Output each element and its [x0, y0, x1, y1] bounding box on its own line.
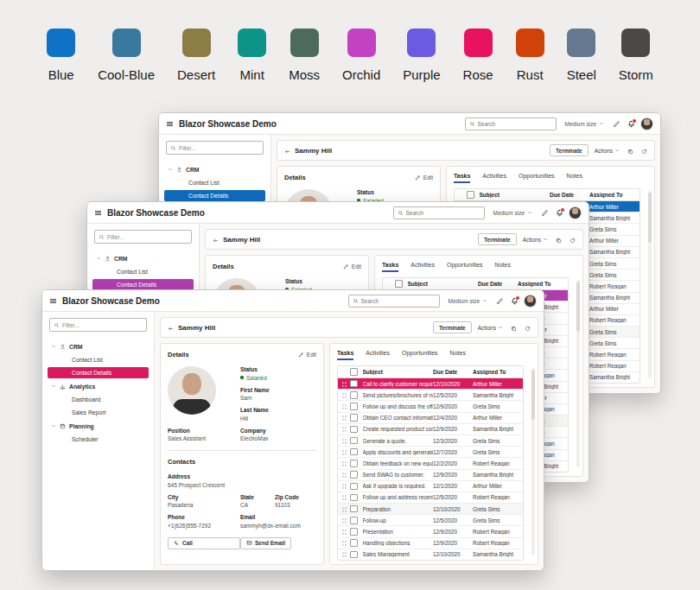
sidebar-section-crm[interactable]: CRM: [87, 251, 199, 265]
tab-activities[interactable]: Activities: [482, 173, 506, 183]
swatch-orchid[interactable]: Orchid: [342, 29, 380, 82]
task-row[interactable]: Obtain feedback on new equipment. 12/2/2…: [338, 458, 523, 469]
copy-button[interactable]: [627, 143, 633, 158]
notifications-button[interactable]: [556, 209, 563, 217]
column-assigned-to[interactable]: Assigned To: [473, 369, 523, 375]
user-avatar[interactable]: [524, 295, 537, 308]
select-all-checkbox[interactable]: [350, 368, 358, 376]
task-row[interactable]: Send pictures/brochures of new products.…: [338, 390, 523, 401]
copy-button[interactable]: [556, 232, 562, 247]
swatch-color[interactable]: [347, 29, 376, 57]
drag-handle-icon[interactable]: [341, 426, 347, 432]
tab-activities[interactable]: Activities: [410, 262, 435, 272]
swatch-rose[interactable]: Rose: [463, 29, 493, 82]
swatch-color[interactable]: [621, 29, 650, 57]
task-row[interactable]: Obtain CEO contact information. 12/4/202…: [338, 413, 523, 424]
row-checkbox[interactable]: [350, 448, 358, 456]
swatch-color[interactable]: [464, 29, 493, 57]
column-assigned-to[interactable]: Assigned To: [518, 281, 568, 287]
swatch-purple[interactable]: Purple: [403, 29, 440, 82]
drag-handle-icon[interactable]: [341, 529, 347, 535]
row-checkbox[interactable]: [350, 494, 358, 502]
drag-handle-icon[interactable]: [341, 472, 347, 478]
drag-handle-icon[interactable]: [341, 449, 347, 455]
drag-handle-icon[interactable]: [341, 517, 347, 523]
theme-button[interactable]: [496, 293, 504, 308]
drag-handle-icon[interactable]: [341, 392, 347, 398]
refresh-button[interactable]: [525, 320, 531, 335]
select-all-checkbox[interactable]: [395, 280, 403, 288]
swatch-color[interactable]: [407, 29, 436, 57]
sidebar-item-contact-list[interactable]: Contact List: [92, 266, 194, 278]
drag-handle-icon[interactable]: [341, 381, 347, 387]
drag-handle-icon[interactable]: [341, 494, 347, 500]
row-checkbox[interactable]: [350, 414, 358, 422]
tab-tasks[interactable]: Tasks: [337, 350, 353, 360]
drag-handle-icon[interactable]: [341, 403, 347, 409]
column-subject[interactable]: Subject: [363, 369, 434, 375]
back-button[interactable]: [213, 232, 219, 247]
drag-handle-icon[interactable]: [341, 415, 347, 421]
swatch-color[interactable]: [182, 29, 211, 57]
drag-handle-icon[interactable]: [341, 438, 347, 444]
back-button[interactable]: [284, 143, 290, 158]
actions-dropdown[interactable]: Actions: [523, 237, 548, 243]
terminate-button[interactable]: Terminate: [478, 233, 517, 245]
terminate-button[interactable]: Terminate: [433, 321, 472, 333]
call-button[interactable]: Call: [168, 537, 240, 549]
task-row[interactable]: Preparation 12/10/2020 Greta Sims: [338, 504, 523, 515]
row-checkbox[interactable]: [350, 403, 358, 410]
terminate-button[interactable]: Terminate: [550, 144, 589, 156]
row-checkbox[interactable]: [350, 426, 358, 434]
swatch-color[interactable]: [567, 29, 595, 57]
send-email-button[interactable]: Send Email: [240, 537, 291, 549]
row-checkbox[interactable]: [350, 539, 358, 547]
edit-button[interactable]: Edit: [343, 263, 361, 270]
refresh-button[interactable]: [570, 232, 576, 247]
tab-opportunities[interactable]: Opportunities: [519, 173, 555, 183]
sidebar-section-crm[interactable]: CRM: [159, 162, 270, 176]
tab-notes[interactable]: Notes: [450, 350, 466, 360]
swatch-color[interactable]: [112, 29, 141, 57]
tab-tasks[interactable]: Tasks: [454, 173, 470, 183]
task-row[interactable]: Apply discounts and generate a binding o…: [338, 447, 523, 458]
tab-activities[interactable]: Activities: [366, 350, 390, 360]
row-checkbox[interactable]: [350, 391, 358, 399]
column-assigned-to[interactable]: Assigned To: [589, 192, 640, 198]
task-row[interactable]: Follow up and discuss the offer. 12/9/20…: [338, 401, 523, 412]
tab-opportunities[interactable]: Opportunities: [402, 350, 438, 360]
swatch-blue[interactable]: Blue: [47, 29, 75, 82]
select-all-checkbox[interactable]: [467, 191, 474, 199]
swatch-mint[interactable]: Mint: [238, 29, 266, 82]
notifications-button[interactable]: [627, 120, 635, 128]
drag-handle-icon[interactable]: [341, 483, 347, 489]
swatch-steel[interactable]: Steel: [567, 29, 596, 82]
copy-button[interactable]: [511, 320, 517, 335]
tab-notes[interactable]: Notes: [567, 173, 582, 183]
sidebar-section-analytics[interactable]: Analytics: [42, 379, 154, 393]
swatch-desert[interactable]: Desert: [177, 29, 215, 82]
row-checkbox[interactable]: [350, 517, 358, 524]
swatch-rust[interactable]: Rust: [516, 29, 544, 82]
task-row[interactable]: Presentation 12/9/2020 Robert Reagan: [338, 526, 523, 537]
task-row[interactable]: Sales Management 12/10/2020 Samantha Bri…: [338, 549, 523, 560]
swatch-moss[interactable]: Moss: [289, 29, 320, 82]
task-row[interactable]: Follow-up 12/5/2020 Greta Sims: [338, 515, 523, 526]
search-input[interactable]: Search: [348, 295, 440, 308]
actions-dropdown[interactable]: Actions: [595, 148, 620, 154]
task-row[interactable]: Ask if upgrade is required. 12/1/2020 Ar…: [338, 481, 523, 492]
task-row[interactable]: Send SWAG to customer. 12/9/2020 Samanth…: [338, 470, 523, 481]
sidebar-item-contact-details[interactable]: Contact Details: [92, 279, 194, 291]
refresh-button[interactable]: [641, 143, 647, 158]
theme-button[interactable]: [613, 116, 620, 131]
swatch-storm[interactable]: Storm: [619, 29, 653, 82]
row-checkbox[interactable]: [350, 528, 358, 536]
size-selector[interactable]: Medium size: [493, 210, 532, 216]
drag-handle-icon[interactable]: [341, 540, 347, 546]
drag-handle-icon[interactable]: [341, 506, 347, 512]
row-checkbox[interactable]: [350, 437, 358, 445]
row-checkbox[interactable]: [350, 505, 358, 513]
swatch-color[interactable]: [516, 29, 544, 57]
task-row[interactable]: Handling objections 12/9/2020 Robert Rea…: [338, 538, 523, 549]
sidebar-item-contact-details[interactable]: Contact Details: [164, 190, 265, 202]
